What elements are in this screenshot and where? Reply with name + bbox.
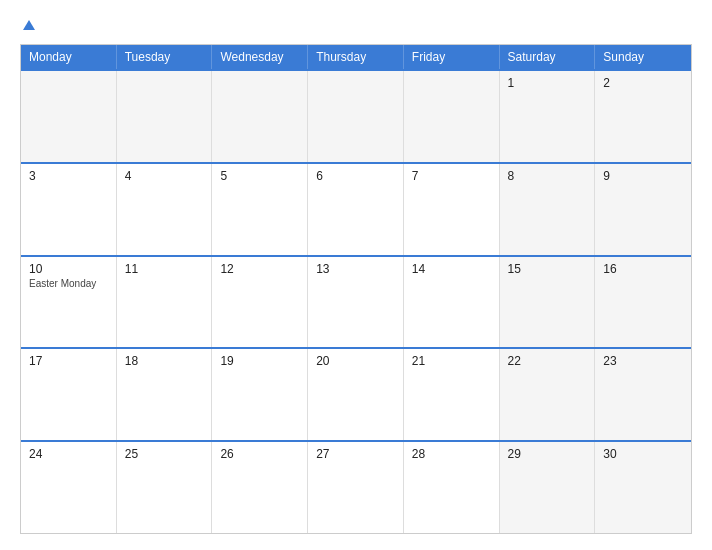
cal-cell-1-1: 4: [117, 164, 213, 255]
weekday-monday: Monday: [21, 45, 117, 69]
day-number: 10: [29, 262, 108, 276]
cal-cell-3-2: 19: [212, 349, 308, 440]
day-number: 16: [603, 262, 683, 276]
day-number: 20: [316, 354, 395, 368]
day-number: 30: [603, 447, 683, 461]
day-number: 25: [125, 447, 204, 461]
day-number: 13: [316, 262, 395, 276]
day-number: 28: [412, 447, 491, 461]
cal-cell-3-6: 23: [595, 349, 691, 440]
cal-cell-2-4: 14: [404, 257, 500, 348]
cal-cell-4-0: 24: [21, 442, 117, 533]
event-label: Easter Monday: [29, 278, 108, 289]
day-number: 15: [508, 262, 587, 276]
cal-cell-4-2: 26: [212, 442, 308, 533]
page-header: [20, 16, 692, 32]
day-number: 24: [29, 447, 108, 461]
calendar-row-0: 12: [21, 69, 691, 162]
cal-cell-1-2: 5: [212, 164, 308, 255]
cal-cell-1-4: 7: [404, 164, 500, 255]
logo: [20, 16, 35, 32]
day-number: 29: [508, 447, 587, 461]
calendar-body: 12345678910Easter Monday1112131415161718…: [21, 69, 691, 533]
day-number: 1: [508, 76, 587, 90]
day-number: 7: [412, 169, 491, 183]
cal-cell-1-5: 8: [500, 164, 596, 255]
weekday-sunday: Sunday: [595, 45, 691, 69]
day-number: 17: [29, 354, 108, 368]
day-number: 21: [412, 354, 491, 368]
day-number: 23: [603, 354, 683, 368]
day-number: 9: [603, 169, 683, 183]
weekday-saturday: Saturday: [500, 45, 596, 69]
cal-cell-4-1: 25: [117, 442, 213, 533]
cal-cell-3-3: 20: [308, 349, 404, 440]
cal-cell-0-0: [21, 71, 117, 162]
calendar-header: Monday Tuesday Wednesday Thursday Friday…: [21, 45, 691, 69]
cal-cell-2-2: 12: [212, 257, 308, 348]
cal-cell-4-5: 29: [500, 442, 596, 533]
weekday-tuesday: Tuesday: [117, 45, 213, 69]
logo-triangle-icon: [23, 20, 35, 30]
logo-text: [20, 16, 35, 32]
day-number: 6: [316, 169, 395, 183]
cal-cell-0-2: [212, 71, 308, 162]
day-number: 2: [603, 76, 683, 90]
cal-cell-0-4: [404, 71, 500, 162]
day-number: 22: [508, 354, 587, 368]
cal-cell-2-6: 16: [595, 257, 691, 348]
cal-cell-3-1: 18: [117, 349, 213, 440]
cal-cell-3-5: 22: [500, 349, 596, 440]
cal-cell-0-6: 2: [595, 71, 691, 162]
day-number: 26: [220, 447, 299, 461]
day-number: 3: [29, 169, 108, 183]
cal-cell-4-6: 30: [595, 442, 691, 533]
calendar-row-2: 10Easter Monday111213141516: [21, 255, 691, 348]
cal-cell-2-1: 11: [117, 257, 213, 348]
day-number: 4: [125, 169, 204, 183]
cal-cell-3-0: 17: [21, 349, 117, 440]
day-number: 19: [220, 354, 299, 368]
calendar-row-1: 3456789: [21, 162, 691, 255]
cal-cell-1-3: 6: [308, 164, 404, 255]
cal-cell-1-6: 9: [595, 164, 691, 255]
cal-cell-3-4: 21: [404, 349, 500, 440]
weekday-thursday: Thursday: [308, 45, 404, 69]
cal-cell-1-0: 3: [21, 164, 117, 255]
cal-cell-4-4: 28: [404, 442, 500, 533]
calendar-grid: Monday Tuesday Wednesday Thursday Friday…: [20, 44, 692, 534]
day-number: 14: [412, 262, 491, 276]
calendar-row-3: 17181920212223: [21, 347, 691, 440]
cal-cell-2-5: 15: [500, 257, 596, 348]
calendar-row-4: 24252627282930: [21, 440, 691, 533]
cal-cell-2-3: 13: [308, 257, 404, 348]
cal-cell-0-1: [117, 71, 213, 162]
day-number: 12: [220, 262, 299, 276]
weekday-wednesday: Wednesday: [212, 45, 308, 69]
cal-cell-0-3: [308, 71, 404, 162]
day-number: 8: [508, 169, 587, 183]
day-number: 11: [125, 262, 204, 276]
day-number: 27: [316, 447, 395, 461]
calendar-page: Monday Tuesday Wednesday Thursday Friday…: [0, 0, 712, 550]
day-number: 18: [125, 354, 204, 368]
day-number: 5: [220, 169, 299, 183]
cal-cell-2-0: 10Easter Monday: [21, 257, 117, 348]
cal-cell-4-3: 27: [308, 442, 404, 533]
cal-cell-0-5: 1: [500, 71, 596, 162]
weekday-friday: Friday: [404, 45, 500, 69]
